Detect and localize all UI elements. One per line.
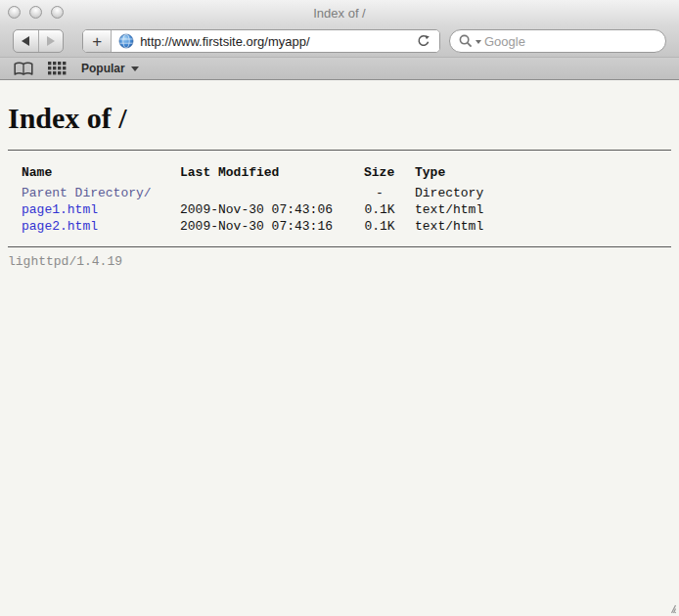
size-cell: - bbox=[364, 185, 395, 201]
table-row: Parent Directory/ - Directory bbox=[22, 185, 483, 201]
forward-button[interactable] bbox=[38, 30, 64, 52]
window-controls bbox=[8, 6, 64, 19]
page-content: Index of / Name Last Modified Size Type … bbox=[0, 80, 679, 616]
column-header-name: Name bbox=[22, 164, 180, 185]
directory-table: Name Last Modified Size Type Parent Dire… bbox=[22, 164, 483, 235]
table-row: page1.html 2009-Nov-30 07:43:06 0.1K tex… bbox=[22, 201, 483, 218]
reload-icon bbox=[417, 34, 430, 48]
page-title: Index of / bbox=[8, 102, 671, 134]
add-bookmark-button[interactable]: + bbox=[83, 30, 112, 52]
type-cell: text/html bbox=[395, 201, 483, 218]
resize-grip[interactable] bbox=[664, 601, 677, 614]
parent-directory-link[interactable]: Parent Directory/ bbox=[22, 186, 152, 200]
table-row: page2.html 2009-Nov-30 07:43:16 0.1K tex… bbox=[22, 218, 483, 235]
modified-cell bbox=[180, 185, 364, 201]
title-bar: Index of / bbox=[0, 0, 679, 25]
forward-arrow-icon bbox=[46, 35, 56, 47]
window-title: Index of / bbox=[313, 6, 365, 21]
file-link[interactable]: page2.html bbox=[22, 219, 98, 234]
server-signature: lighttpd/1.4.19 bbox=[8, 254, 671, 269]
browser-toolbar: + bbox=[0, 25, 679, 57]
size-cell: 0.1K bbox=[364, 201, 395, 218]
url-input[interactable] bbox=[140, 34, 409, 49]
directory-listing: Name Last Modified Size Type Parent Dire… bbox=[8, 150, 671, 247]
reload-button[interactable] bbox=[415, 30, 432, 52]
chevron-down-icon bbox=[131, 66, 139, 71]
back-arrow-icon bbox=[21, 35, 30, 47]
column-header-type: Type bbox=[395, 164, 483, 185]
zoom-button[interactable] bbox=[51, 6, 64, 19]
minimize-button[interactable] bbox=[29, 6, 42, 19]
search-input[interactable] bbox=[484, 34, 656, 49]
type-cell: text/html bbox=[395, 218, 483, 235]
search-engine-caret-icon[interactable] bbox=[475, 40, 481, 44]
modified-cell: 2009-Nov-30 07:43:06 bbox=[180, 201, 364, 218]
browser-window: Index of / + bbox=[0, 0, 679, 616]
globe-icon bbox=[118, 33, 134, 49]
back-button[interactable] bbox=[14, 30, 38, 52]
bookmarks-bar: Popular bbox=[0, 57, 679, 80]
type-cell: Directory bbox=[395, 185, 483, 201]
bookmarks-book-icon[interactable] bbox=[14, 62, 33, 76]
history-nav bbox=[13, 29, 64, 53]
popular-label: Popular bbox=[81, 62, 125, 75]
search-bar bbox=[449, 29, 666, 53]
close-button[interactable] bbox=[8, 6, 21, 19]
address-bar-group: + bbox=[82, 29, 440, 53]
column-header-size: Size bbox=[364, 164, 395, 185]
size-cell: 0.1K bbox=[364, 218, 395, 235]
address-bar bbox=[112, 30, 439, 52]
top-sites-grid-icon[interactable] bbox=[48, 62, 67, 75]
modified-cell: 2009-Nov-30 07:43:16 bbox=[180, 218, 364, 235]
search-icon[interactable] bbox=[459, 34, 473, 48]
table-header-row: Name Last Modified Size Type bbox=[22, 164, 483, 185]
file-link[interactable]: page1.html bbox=[22, 202, 98, 217]
column-header-modified: Last Modified bbox=[180, 164, 364, 185]
bookmarks-folder-popular[interactable]: Popular bbox=[81, 62, 139, 75]
